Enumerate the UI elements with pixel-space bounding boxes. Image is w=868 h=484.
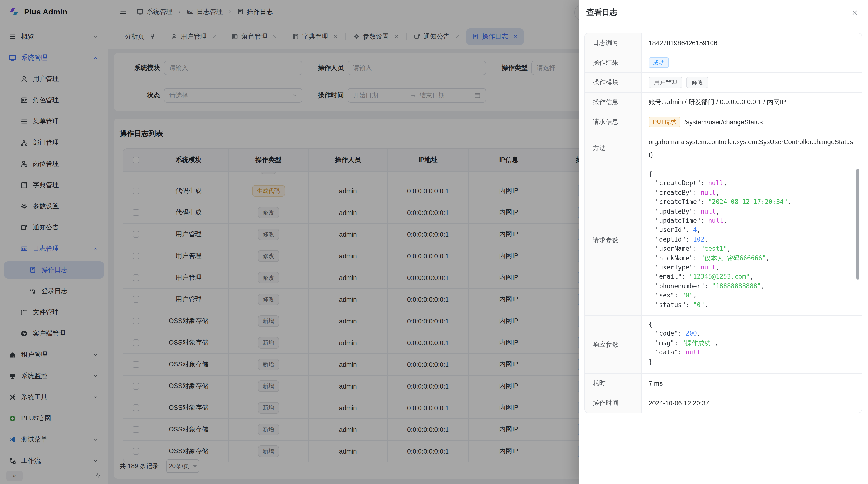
detail-row-耗时: 耗时 7 ms [585,373,862,393]
detail-row-日志编号: 日志编号 1842781986426159106 [585,33,862,53]
json-code-block: {"createDept": null,"createBy": null,"cr… [649,169,855,310]
view-log-drawer: 查看日志 日志编号 1842781986426159106操作结果 成功操作模块… [579,0,868,484]
close-icon[interactable] [851,9,858,17]
log-detail-table: 日志编号 1842781986426159106操作结果 成功操作模块 用户管理… [585,33,862,413]
app-root: Plus Admin 概览系统管理用户管理角色管理菜单管理部门管理岗位管理字典管… [0,0,868,484]
detail-row-请求参数: 请求参数 {"createDept": null,"createBy": nul… [585,165,862,315]
detail-label: 日志编号 [585,33,642,53]
code-line: "email": "12345@1253.com", [649,272,855,282]
detail-value-cell: PUT请求/system/user/changeStatus [642,112,862,132]
indent-guide [651,179,651,311]
detail-value-cell: 1842781986426159106 [642,33,862,53]
detail-label: 请求参数 [585,165,642,315]
detail-value-cell: {"code": 200,"msg": "操作成功","data": null} [642,316,862,373]
code-line: } [649,357,855,366]
code-line: "msg": "操作成功", [649,338,855,348]
code-line: "updateTime": null, [649,216,855,225]
detail-value-cell: 用户管理修改 [642,73,862,92]
detail-row-操作时间: 操作时间 2024-10-06 12:20:37 [585,393,862,413]
request-url: /system/user/changeStatus [684,118,763,126]
drawer-overlay[interactable] [0,0,579,484]
code-line: { [649,320,855,329]
detail-value-cell: 账号: admin / 研发部门 / 0:0:0:0:0:0:0:1 / 内网I… [642,93,862,112]
detail-value-cell: 成功 [642,53,862,72]
result-tag: 成功 [649,57,669,68]
code-line: { [649,169,855,179]
detail-label: 操作信息 [585,93,642,112]
detail-value-cell: org.dromara.system.controller.system.Sys… [642,132,862,165]
detail-label: 方法 [585,132,642,165]
code-line: "deptId": 102, [649,235,855,244]
module-tag: 修改 [686,77,708,88]
detail-row-操作结果: 操作结果 成功 [585,53,862,72]
detail-label: 操作模块 [585,73,642,92]
screen: Plus Admin 概览系统管理用户管理角色管理菜单管理部门管理岗位管理字典管… [0,0,868,484]
detail-value: org.dromara.system.controller.system.Sys… [649,136,855,161]
detail-value: 1842781986426159106 [649,39,717,46]
code-line: "userType": null, [649,263,855,272]
detail-value: 7 ms [649,380,663,387]
code-line: "phonenumber": "18888888888", [649,282,855,291]
module-tag: 用户管理 [649,77,682,88]
code-line: "createTime": "2024-08-12 17:20:34", [649,197,855,206]
code-line: "data": null [649,348,855,357]
detail-label: 请求信息 [585,112,642,132]
detail-value: 账号: admin / 研发部门 / 0:0:0:0:0:0:0:1 / 内网I… [649,98,786,106]
code-line: "createBy": null, [649,188,855,197]
detail-label: 操作时间 [585,393,642,413]
code-line: "code": 200, [649,329,855,338]
code-line: "createDept": null, [649,179,855,188]
detail-row-请求信息: 请求信息 PUT请求/system/user/changeStatus [585,112,862,132]
json-code-block: {"code": 200,"msg": "操作成功","data": null} [649,320,855,366]
detail-label: 操作结果 [585,53,642,72]
detail-value-cell: 2024-10-06 12:20:37 [642,393,862,413]
detail-value: 2024-10-06 12:20:37 [649,399,709,407]
code-line: "status": "0", [649,300,855,310]
code-line: "userName": "test1", [649,244,855,254]
code-scrollbar-thumb[interactable] [857,169,859,280]
request-method-tag: PUT请求 [649,117,680,127]
detail-row-操作模块: 操作模块 用户管理修改 [585,72,862,92]
detail-row-响应参数: 响应参数 {"code": 200,"msg": "操作成功","data": … [585,315,862,373]
code-line: "userId": 4, [649,225,855,235]
detail-row-操作信息: 操作信息 账号: admin / 研发部门 / 0:0:0:0:0:0:0:1 … [585,92,862,112]
code-line: "sex": "0", [649,291,855,300]
detail-row-方法: 方法 org.dromara.system.controller.system.… [585,132,862,165]
code-line: "nickName": "仅本人 密码666666", [649,253,855,263]
indent-guide [651,330,651,358]
drawer-header: 查看日志 [579,0,868,26]
detail-label: 响应参数 [585,316,642,373]
detail-label: 耗时 [585,374,642,393]
detail-value-cell: 7 ms [642,374,862,393]
drawer-title: 查看日志 [586,8,617,18]
code-line: "updateBy": null, [649,206,855,216]
detail-value-cell: {"createDept": null,"createBy": null,"cr… [642,165,862,315]
